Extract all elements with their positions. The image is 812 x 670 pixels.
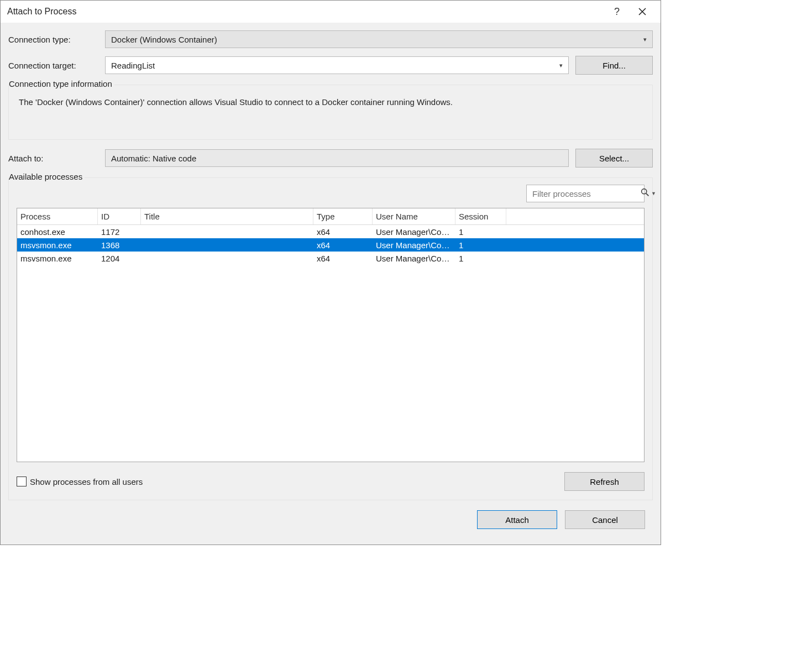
cell: User Manager\Contai...: [373, 254, 455, 263]
process-grid: Process ID Title Type User Name Session …: [17, 208, 645, 462]
attach-to-row: Attach to: Automatic: Native code Select…: [8, 149, 653, 168]
connection-info-group: Connection type information The 'Docker …: [8, 85, 653, 140]
help-button[interactable]: ?: [604, 1, 630, 23]
chevron-down-icon: ▾: [559, 62, 563, 69]
connection-target-label: Connection target:: [8, 61, 105, 70]
col-user[interactable]: User Name: [373, 208, 455, 224]
cancel-button[interactable]: Cancel: [565, 510, 645, 529]
connection-info-legend: Connection type information: [9, 79, 114, 88]
connection-type-label: Connection type:: [8, 35, 105, 44]
col-title[interactable]: Title: [141, 208, 313, 224]
search-icon: [641, 188, 649, 199]
svg-point-0: [642, 189, 647, 194]
attach-to-field: Automatic: Native code: [105, 149, 569, 167]
cell: msvsmon.exe: [17, 254, 98, 263]
connection-info-text: The 'Docker (Windows Container)' connect…: [15, 92, 646, 107]
cell: User Manager\Contai...: [373, 227, 455, 237]
checkbox-box: [17, 477, 27, 486]
procs-bottom-row: Show processes from all users Refresh: [17, 472, 645, 491]
dialog-content: Connection type: Docker (Windows Contain…: [1, 23, 661, 545]
cell: 1368: [98, 240, 141, 250]
filter-box[interactable]: ▼: [526, 185, 645, 202]
connection-target-row: Connection target: ReadingList ▾ Find...: [8, 56, 653, 75]
grid-body: conhost.exe1172x64User Manager\Contai...…: [17, 225, 644, 265]
svg-line-1: [646, 193, 649, 196]
show-all-users-checkbox[interactable]: Show processes from all users: [17, 477, 143, 486]
connection-type-row: Connection type: Docker (Windows Contain…: [8, 30, 653, 48]
cell: 1: [455, 240, 506, 250]
attach-to-label: Attach to:: [8, 154, 105, 163]
col-process[interactable]: Process: [17, 208, 98, 224]
process-row[interactable]: conhost.exe1172x64User Manager\Contai...…: [17, 225, 644, 238]
connection-target-value: ReadingList: [111, 61, 155, 70]
filter-row: ▼: [17, 185, 645, 202]
select-button[interactable]: Select...: [575, 149, 653, 168]
cell: x64: [313, 254, 373, 263]
col-session[interactable]: Session: [455, 208, 506, 224]
grid-header: Process ID Title Type User Name Session: [17, 208, 644, 225]
available-processes-legend: Available processes: [9, 172, 85, 181]
attach-to-value: Automatic: Native code: [111, 154, 196, 163]
cell: 1204: [98, 254, 141, 263]
refresh-button[interactable]: Refresh: [564, 472, 645, 491]
cell: conhost.exe: [17, 227, 98, 237]
close-icon: [638, 8, 646, 15]
dialog-footer: Attach Cancel: [8, 500, 653, 537]
attach-button[interactable]: Attach: [477, 510, 557, 529]
cell: 1172: [98, 227, 141, 237]
show-all-users-label: Show processes from all users: [30, 477, 143, 486]
chevron-down-icon[interactable]: ▼: [651, 191, 656, 196]
close-button[interactable]: [630, 1, 655, 23]
available-processes-group: Available processes ▼ Process ID Title T…: [8, 177, 653, 500]
col-id[interactable]: ID: [98, 208, 141, 224]
chevron-down-icon: ▾: [643, 36, 647, 43]
process-row[interactable]: msvsmon.exe1204x64User Manager\Contai...…: [17, 252, 644, 265]
titlebar: Attach to Process ?: [1, 1, 661, 23]
window-title: Attach to Process: [7, 7, 604, 17]
connection-target-combo[interactable]: ReadingList ▾: [105, 56, 569, 74]
cell: x64: [313, 227, 373, 237]
cell: User Manager\Contai...: [373, 240, 455, 250]
cell: msvsmon.exe: [17, 240, 98, 250]
connection-type-dropdown[interactable]: Docker (Windows Container) ▾: [105, 30, 653, 48]
cell: 1: [455, 227, 506, 237]
cell: 1: [455, 254, 506, 263]
cell: x64: [313, 240, 373, 250]
connection-type-value: Docker (Windows Container): [111, 35, 217, 44]
process-row[interactable]: msvsmon.exe1368x64User Manager\Contai...…: [17, 238, 644, 252]
filter-input[interactable]: [532, 189, 637, 198]
find-button[interactable]: Find...: [575, 56, 653, 75]
col-type[interactable]: Type: [313, 208, 373, 224]
